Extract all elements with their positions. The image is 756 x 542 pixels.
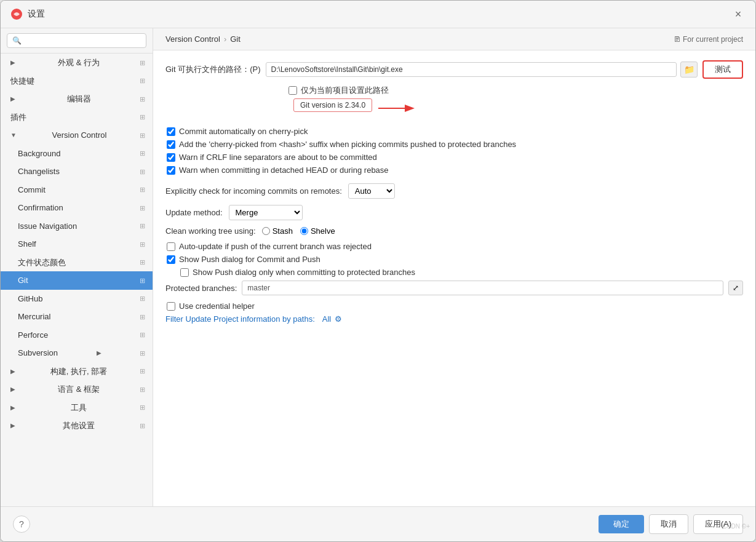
stash-label: Stash <box>273 226 293 236</box>
sidebar-item-icon-plugins: ⊞ <box>140 112 145 122</box>
sidebar-item-label-confirmation: Confirmation <box>18 202 63 214</box>
protected-branches-label: Protected branches: <box>165 284 237 293</box>
sidebar-item-commit[interactable]: Commit⊞ <box>1 181 153 199</box>
settings-dialog: 设置 × ▶外观 & 行为⊞快捷键⊞▶编辑器⊞插件⊞▼Version Contr… <box>0 0 756 542</box>
sidebar-item-appearance[interactable]: ▶外观 & 行为⊞ <box>1 54 153 72</box>
ok-button[interactable]: 确定 <box>599 515 644 533</box>
dialog-title: 设置 <box>28 9 45 20</box>
sidebar-item-other[interactable]: ▶其他设置⊞ <box>1 416 153 435</box>
stash-radio[interactable] <box>262 227 270 235</box>
auto-update-row: Auto-update if push of the current branc… <box>167 242 743 251</box>
browse-button[interactable]: 📁 <box>680 62 698 78</box>
checkbox1[interactable] <box>167 127 175 136</box>
sidebar-item-label-tools: 工具 <box>71 402 87 414</box>
sidebar-item-file-status-color[interactable]: 文件状态颜色⊞ <box>1 253 153 272</box>
title-bar-left: 设置 <box>10 8 45 20</box>
sidebar-item-version-control[interactable]: ▼Version Control⊞ <box>1 126 153 145</box>
sidebar-item-label-changelists: Changelists <box>18 165 60 178</box>
path-input-wrapper: 📁 <box>266 62 698 78</box>
sidebar-item-perforce[interactable]: Perforce⊞ <box>1 326 153 345</box>
show-push-label: Show Push dialog for Commit and Push <box>179 255 320 264</box>
bottom-bar: ? 确定 取消 应用(A) <box>1 506 755 541</box>
checkbox3[interactable] <box>167 153 175 162</box>
sidebar-item-label-commit: Commit <box>18 184 46 196</box>
clean-tree-row: Clean working tree using: Stash Shelve <box>165 226 743 236</box>
sidebar-item-subversion[interactable]: Subversion▶⊞ <box>1 344 153 362</box>
sidebar-item-icon-build: ⊞ <box>140 366 145 377</box>
sidebar-items-container: ▶外观 & 行为⊞快捷键⊞▶编辑器⊞插件⊞▼Version Control⊞Ba… <box>1 54 153 435</box>
sidebar-item-confirmation[interactable]: Confirmation⊞ <box>1 199 153 217</box>
clean-tree-radio-group: Stash Shelve <box>262 226 335 236</box>
help-button[interactable]: ? <box>13 516 30 533</box>
sidebar-item-tools[interactable]: ▶工具⊞ <box>1 399 153 417</box>
filter-icon: ⚙ <box>335 314 342 324</box>
sidebar-item-icon-git: ⊞ <box>140 276 145 286</box>
version-wrapper: Git version is 2.34.0 <box>288 98 743 118</box>
sidebar-item-background[interactable]: Background⊞ <box>1 145 153 163</box>
update-method-dropdown[interactable]: Merge Rebase Branch Default <box>229 205 303 220</box>
sidebar-item-icon-shelf: ⊞ <box>140 239 145 250</box>
sidebar-item-label-build: 构建, 执行, 部署 <box>50 365 107 378</box>
search-box <box>1 28 153 54</box>
sidebar-item-editor[interactable]: ▶编辑器⊞ <box>1 90 153 108</box>
sidebar-item-label-mercurial: Mercurial <box>18 311 50 323</box>
app-icon <box>10 8 23 20</box>
sidebar-item-github[interactable]: GitHub⊞ <box>1 290 153 308</box>
checkbox3-row: Warn if CRLF line separators are about t… <box>167 153 743 162</box>
expand-button[interactable]: ⤢ <box>728 281 743 295</box>
sidebar-item-arrow-subversion: ▶ <box>97 348 101 357</box>
only-current-project-row: 仅为当前项目设置此路径 <box>288 85 743 96</box>
close-button[interactable]: × <box>731 7 746 22</box>
sidebar-item-issue-navigation[interactable]: Issue Navigation⊞ <box>1 217 153 236</box>
sidebar-item-label-languages: 语言 & 框架 <box>58 383 100 396</box>
sidebar-item-build[interactable]: ▶构建, 执行, 部署⊞ <box>1 362 153 381</box>
filter-value-text: All <box>322 314 331 324</box>
checkbox4-label: Warn when committing in detached HEAD or… <box>179 165 389 175</box>
checkbox4-row: Warn when committing in detached HEAD or… <box>167 165 743 175</box>
incoming-dropdown[interactable]: Auto Always Never <box>348 183 395 199</box>
checkbox2[interactable] <box>167 140 175 149</box>
sidebar-item-icon-editor: ⊞ <box>140 94 145 105</box>
sidebar-item-keymap[interactable]: 快捷键⊞ <box>1 72 153 90</box>
sidebar-item-icon-subversion: ⊞ <box>140 348 145 359</box>
sidebar-item-label-subversion: Subversion <box>18 347 58 359</box>
sidebar-item-label-background: Background <box>18 148 60 160</box>
red-arrow-annotation <box>372 99 421 118</box>
filter-link[interactable]: Filter Update Project information by pat… <box>165 314 315 324</box>
breadcrumb: Version Control › Git 🖹 For current proj… <box>153 28 755 50</box>
cancel-button[interactable]: 取消 <box>649 514 688 534</box>
sidebar-item-shelf[interactable]: Shelf⊞ <box>1 235 153 253</box>
show-push-checkbox[interactable] <box>167 255 175 264</box>
protected-branches-input[interactable] <box>242 281 723 295</box>
use-credential-row: Use credential helper <box>167 301 743 311</box>
sidebar-item-languages[interactable]: ▶语言 & 框架⊞ <box>1 380 153 399</box>
sidebar-item-label-file-status-color: 文件状态颜色 <box>18 257 66 269</box>
search-input[interactable] <box>7 33 146 48</box>
shelve-radio-item: Shelve <box>300 226 335 236</box>
title-bar: 设置 × <box>1 1 755 28</box>
sidebar-item-plugins[interactable]: 插件⊞ <box>1 108 153 127</box>
shelve-radio[interactable] <box>300 227 308 235</box>
sidebar-item-changelists[interactable]: Changelists⊞ <box>1 162 153 181</box>
sidebar-item-git[interactable]: Git⊞ <box>1 271 153 290</box>
sidebar-item-icon-version-control: ⊞ <box>140 130 145 141</box>
sidebar-item-label-version-control: Version Control <box>52 129 107 141</box>
git-path-input[interactable] <box>266 62 677 77</box>
show-push-protected-checkbox[interactable] <box>180 268 189 277</box>
sidebar-item-arrow-tools: ▶ <box>10 403 15 412</box>
auto-update-label: Auto-update if push of the current branc… <box>179 242 372 251</box>
test-button[interactable]: 测试 <box>702 60 743 79</box>
sidebar-item-icon-changelists: ⊞ <box>140 167 145 177</box>
checkbox3-label: Warn if CRLF line separators are about t… <box>179 153 377 162</box>
stash-radio-item: Stash <box>262 226 293 236</box>
sidebar-item-icon-other: ⊞ <box>140 421 145 431</box>
sidebar-item-mercurial[interactable]: Mercurial⊞ <box>1 308 153 326</box>
only-current-project-checkbox[interactable] <box>288 86 297 95</box>
checkbox1-label: Commit automatically on cherry-pick <box>179 127 308 136</box>
use-credential-checkbox[interactable] <box>167 302 175 311</box>
auto-update-checkbox[interactable] <box>167 242 175 251</box>
update-method-row: Update method: Merge Rebase Branch Defau… <box>165 205 743 220</box>
checkbox4[interactable] <box>167 166 175 175</box>
sidebar-item-icon-keymap: ⊞ <box>140 76 145 86</box>
sidebar-item-icon-issue-navigation: ⊞ <box>140 221 145 231</box>
